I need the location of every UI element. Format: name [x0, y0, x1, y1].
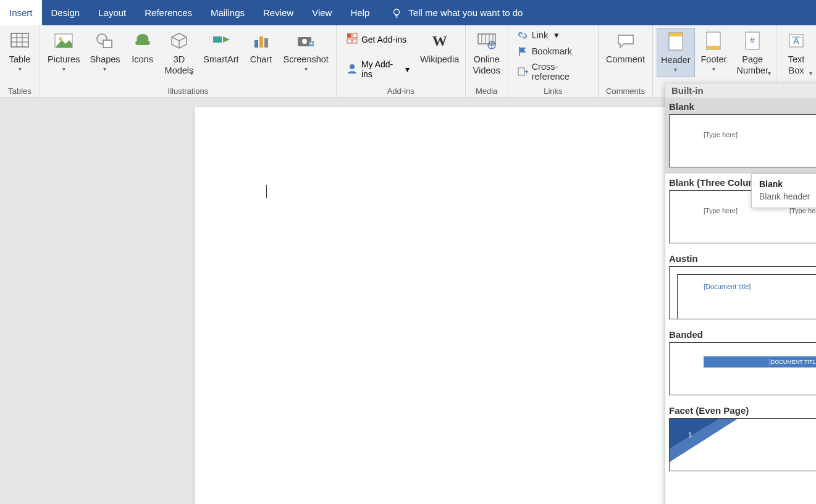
chevron-down-icon: ▾: [674, 66, 677, 74]
group-addins-label: Add-ins: [340, 85, 461, 96]
svg-point-22: [350, 64, 355, 69]
link-label: Link: [532, 30, 549, 40]
svg-rect-11: [254, 40, 258, 48]
tab-help[interactable]: Help: [341, 0, 379, 25]
comment-icon: [615, 30, 636, 51]
placeholder-text: [Type here]: [704, 131, 738, 138]
tell-me-label: Tell me what you want to do: [408, 7, 523, 18]
camera-icon: +: [295, 30, 316, 51]
text-box-button[interactable]: A Text Box ▾: [780, 28, 812, 78]
tab-review[interactable]: Review: [254, 0, 303, 25]
gallery-item-banded[interactable]: Banded [DOCUMENT TITLE]: [665, 326, 816, 401]
film-icon: [476, 30, 497, 51]
table-icon: [9, 30, 30, 51]
pictures-label: Pictures: [48, 54, 80, 65]
svg-rect-20: [347, 39, 351, 43]
tab-design[interactable]: Design: [42, 0, 90, 25]
text-box-icon: A: [786, 30, 807, 51]
group-illustrations: Pictures ▾ Shapes ▾ Icons 3D Mo: [40, 25, 337, 97]
gallery-item-blank[interactable]: Blank [Type here]: [665, 98, 816, 174]
svg-rect-12: [259, 36, 263, 48]
svg-rect-21: [353, 39, 357, 43]
header-gallery-dropdown: Built-in Blank [Type here] Blank (Three …: [665, 83, 816, 504]
shapes-icon: [95, 30, 116, 51]
bookmark-button[interactable]: Bookmark: [516, 44, 591, 58]
cross-reference-button[interactable]: Cross-reference: [516, 61, 591, 83]
online-videos-label: Online Videos: [473, 54, 500, 76]
svg-point-15: [302, 39, 307, 44]
tab-layout[interactable]: Layout: [89, 0, 135, 25]
footer-button[interactable]: Footer ▾: [697, 28, 731, 76]
flag-icon: [517, 46, 528, 57]
svg-text:#: #: [750, 35, 755, 45]
gallery-tooltip: Blank Blank header: [751, 174, 816, 208]
3d-models-button[interactable]: 3D Models ▾: [161, 28, 198, 78]
chart-icon: [251, 30, 272, 51]
header-button[interactable]: + Header ▾: [657, 28, 695, 77]
shapes-label: Shapes: [90, 54, 120, 65]
icons-icon: [132, 30, 153, 51]
icons-label: Icons: [132, 54, 153, 65]
chart-button[interactable]: Chart: [245, 28, 277, 67]
icons-button[interactable]: Icons: [127, 28, 159, 67]
tab-insert[interactable]: Insert: [0, 0, 42, 25]
group-tables: Table ▾ Tables: [0, 25, 40, 97]
chevron-down-icon: ▾: [305, 65, 308, 74]
tab-references[interactable]: References: [135, 0, 201, 25]
page-number-button[interactable]: # Page Number ▾: [733, 28, 772, 78]
group-illustrations-label: Illustrations: [44, 85, 332, 96]
chevron-down-icon: ▾: [190, 70, 193, 78]
shapes-button[interactable]: Shapes ▾: [86, 28, 124, 76]
group-comments: Comment Comments: [599, 25, 653, 97]
wikipedia-icon: W: [429, 30, 450, 51]
gallery-item-facet-even[interactable]: Facet (Even Page) 1: [665, 401, 816, 477]
group-addins: Get Add-ins My Add-ins ▾ W Wikipedia Add…: [337, 25, 466, 97]
tell-me[interactable]: Tell me what you want to do: [391, 7, 523, 19]
store-icon: [347, 33, 358, 46]
tab-mailings[interactable]: Mailings: [201, 0, 254, 25]
tab-view[interactable]: View: [303, 0, 341, 25]
smartart-icon: [211, 30, 232, 51]
header-label: Header: [661, 54, 691, 65]
group-links: Link ▾ Bookmark Cross-reference Links: [508, 25, 599, 97]
footer-label: Footer: [701, 54, 727, 65]
wikipedia-label: Wikipedia: [420, 54, 459, 65]
gallery-item-title: Blank: [665, 100, 816, 114]
table-button[interactable]: Table ▾: [4, 28, 36, 76]
gallery-section-label: Built-in: [665, 83, 816, 98]
pictures-button[interactable]: Pictures ▾: [44, 28, 83, 76]
link-button[interactable]: Link ▾: [516, 28, 591, 42]
tooltip-description: Blank header: [759, 191, 816, 201]
svg-rect-19: [353, 33, 357, 38]
get-addins-button[interactable]: Get Add-ins: [344, 30, 412, 48]
group-comments-label: Comments: [602, 85, 649, 96]
svg-rect-1: [11, 33, 28, 47]
text-box-label: Text Box: [788, 54, 805, 76]
wikipedia-button[interactable]: W Wikipedia: [418, 28, 461, 67]
smartart-button[interactable]: SmartArt: [200, 28, 242, 67]
header-icon: +: [665, 31, 686, 52]
chevron-down-icon: ▾: [103, 65, 106, 74]
chevron-down-icon: ▾: [62, 65, 65, 74]
comment-button[interactable]: Comment: [602, 28, 649, 67]
online-videos-button[interactable]: Online Videos: [469, 28, 504, 78]
screenshot-button[interactable]: + Screenshot ▾: [280, 28, 332, 76]
placeholder-text: [Type here]: [704, 207, 738, 214]
get-addins-label: Get Add-ins: [361, 35, 406, 44]
chevron-down-icon: ▾: [405, 64, 410, 74]
chevron-down-icon: ▾: [809, 70, 812, 78]
chevron-down-icon: ▾: [554, 30, 559, 40]
gallery-item-title: Facet (Even Page): [665, 404, 816, 418]
comment-label: Comment: [606, 54, 645, 65]
svg-point-0: [394, 9, 400, 15]
gallery-item-austin[interactable]: Austin [Document title]: [665, 250, 816, 326]
screenshot-label: Screenshot: [284, 54, 329, 65]
bookmark-label: Bookmark: [532, 46, 572, 56]
lightbulb-icon: [391, 7, 402, 19]
group-media: Online Videos Media: [466, 25, 508, 97]
3d-models-label: 3D Models: [165, 54, 194, 76]
footer-icon: [703, 30, 724, 51]
my-addins-label: My Add-ins: [361, 59, 398, 79]
svg-rect-18: [347, 33, 351, 38]
my-addins-button[interactable]: My Add-ins ▾: [344, 57, 412, 82]
